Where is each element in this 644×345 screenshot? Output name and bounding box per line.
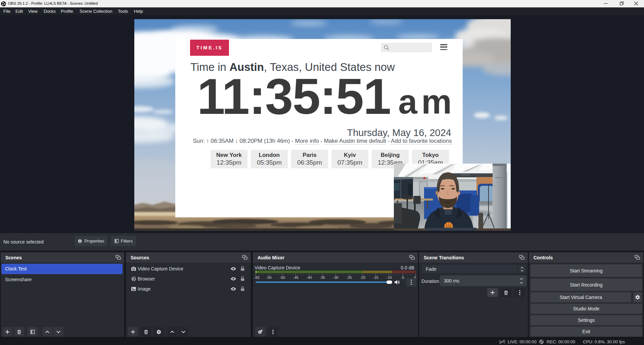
svg-text:-40: -40 [307,275,312,279]
svg-text:-15: -15 [373,275,378,279]
svg-text:-30: -30 [333,275,338,279]
svg-text:-25: -25 [347,275,352,279]
svg-text:-50: -50 [280,275,285,279]
svg-text:-10: -10 [386,275,392,279]
svg-text:-20: -20 [360,275,365,279]
svg-text:-55: -55 [266,275,272,279]
svg-text:-45: -45 [293,275,298,279]
svg-text:-5: -5 [401,275,404,279]
svg-text:-35: -35 [320,275,325,279]
svg-text:-60: -60 [254,275,260,279]
